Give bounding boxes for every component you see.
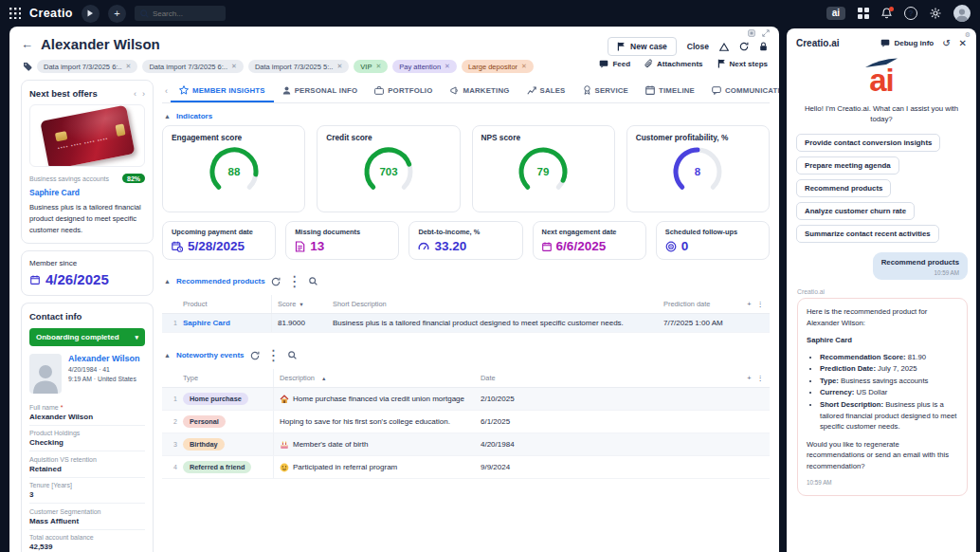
gauge-chart: 88 [201, 142, 267, 203]
search-input[interactable] [153, 9, 219, 18]
debug-info-button[interactable]: Debug info [880, 39, 934, 47]
add-column-icon[interactable]: + [747, 374, 751, 382]
help-icon[interactable]: ? [904, 7, 917, 20]
contact-field[interactable]: Full name * Alexander Wilson [29, 399, 145, 426]
offers-prev-icon[interactable]: ‹ [134, 89, 136, 99]
calendar-icon [29, 275, 41, 285]
refresh-list-icon[interactable] [271, 277, 281, 286]
tag-chip[interactable]: Data import 7/3/2025 6:..✕ [37, 60, 137, 73]
back-arrow-icon[interactable]: ← [21, 37, 33, 51]
column-header-date[interactable]: Date [475, 369, 739, 387]
tab-marketing[interactable]: MARKETING [442, 80, 518, 102]
column-header-type[interactable]: Type [177, 369, 274, 387]
escalation-icon[interactable] [719, 43, 729, 51]
bot-message-intro: Here is the recommended product for Alex… [807, 306, 958, 328]
table-menu-icon[interactable]: ⋮ [757, 300, 764, 308]
ai-assistant-button[interactable]: ai [826, 7, 845, 20]
megaphone-icon [450, 86, 460, 95]
ai-suggestion-button[interactable]: Provide contact conversion insights [796, 134, 940, 152]
expand-panel-icon[interactable] [762, 29, 770, 37]
kebab-menu-icon[interactable]: ⋮ [266, 346, 281, 364]
bot-message-product: Saphire Card [807, 335, 958, 346]
app-grid-icon[interactable] [9, 8, 21, 19]
product-link[interactable]: Saphire Card [183, 319, 230, 327]
remove-tag-icon[interactable]: ✕ [521, 63, 527, 70]
contact-field[interactable]: Aquisition VS retention Retained [29, 451, 145, 478]
user-avatar[interactable] [953, 5, 971, 22]
tag-chip[interactable]: VIP✕ [354, 60, 388, 73]
ai-suggestion-button[interactable]: Summarize contact recent activities [796, 225, 939, 243]
column-header-description[interactable]: Description▲ [274, 369, 475, 387]
collapse-recommended-icon[interactable]: ▲ [164, 278, 171, 285]
column-header-product[interactable]: Product [177, 295, 272, 313]
close-button[interactable]: Close [687, 42, 709, 51]
search-events-icon[interactable] [288, 351, 297, 359]
column-header-description[interactable]: Short Description [327, 295, 658, 313]
tag-chip[interactable]: Pay attention✕ [392, 60, 457, 73]
onboarding-status-button[interactable]: Onboarding completed▾ [29, 328, 145, 346]
tab-service[interactable]: SERVICE [574, 80, 638, 102]
tab-timeline[interactable]: TIMELINE [637, 80, 703, 102]
gauge-card: Credit score 703 [317, 125, 460, 212]
contact-name-link[interactable]: Alexander Wilson [68, 354, 139, 363]
column-header-prediction-date[interactable]: Prediction date [658, 295, 739, 313]
tag-chip[interactable]: Data import 7/3/2025 6:..✕ [142, 60, 243, 73]
play-button[interactable] [82, 5, 100, 23]
contact-field[interactable]: Total account balance 42,539 [29, 530, 145, 552]
panel-gear-icon[interactable]: ⚙ [965, 31, 971, 39]
offers-next-icon[interactable]: › [142, 89, 145, 99]
remove-tag-icon[interactable]: ✕ [336, 63, 342, 70]
ai-suggestion-button[interactable]: Analyze customer churn rate [796, 202, 915, 220]
tabs-scroll-left-icon[interactable]: ‹ [162, 80, 171, 102]
tag-chip[interactable]: Data import 7/3/2025 5:..✕ [248, 60, 349, 73]
add-button[interactable]: + [108, 5, 126, 23]
recommended-products-title: Recommended products [176, 277, 265, 285]
close-panel-icon[interactable]: ✕ [959, 38, 967, 48]
collapse-indicators-icon[interactable]: ▲ [164, 113, 171, 120]
table-menu-icon[interactable]: ⋮ [757, 374, 764, 382]
tab-portfolio[interactable]: PORTFOLIO [366, 80, 441, 102]
offer-product-image: •••• •••• •••• •••• [29, 104, 145, 167]
table-row[interactable]: 1 Saphire Card 81.9000 Business plus is … [162, 314, 770, 333]
calendar-icon [645, 85, 655, 95]
search-list-icon[interactable] [309, 277, 318, 285]
settings-gear-icon[interactable] [930, 8, 941, 19]
new-case-button[interactable]: New case [608, 37, 677, 56]
remove-tag-icon[interactable]: ✕ [126, 63, 132, 70]
tab-personal-info[interactable]: PERSONAL INFO [274, 80, 367, 102]
remove-tag-icon[interactable]: ✕ [375, 63, 381, 70]
add-column-icon[interactable]: + [747, 300, 751, 308]
panel-settings-icon[interactable] [748, 29, 755, 37]
remove-tag-icon[interactable]: ✕ [231, 63, 237, 70]
contact-field[interactable]: Tenure [Years] 3 [29, 478, 145, 505]
notifications-bell-icon[interactable] [881, 8, 892, 19]
collapse-events-icon[interactable]: ▲ [164, 352, 171, 359]
contact-field[interactable]: Product Holdings Checking [29, 426, 145, 452]
remove-tag-icon[interactable]: ✕ [445, 63, 450, 70]
ai-suggestion-button[interactable]: Recommend products [796, 179, 891, 197]
attachments-button[interactable]: Attachments [644, 59, 702, 68]
refresh-icon[interactable] [739, 42, 749, 51]
column-header-score[interactable]: Score▼ [272, 295, 327, 313]
table-row[interactable]: 1 Home purchase Home purchase financed v… [162, 388, 770, 411]
lock-icon[interactable] [759, 42, 768, 51]
table-row[interactable]: 4 Referred a friend Participated in refe… [162, 456, 770, 479]
kebab-menu-icon[interactable]: ⋮ [287, 272, 302, 290]
global-search[interactable] [135, 6, 226, 21]
table-row[interactable]: 2 Personal Hoping to save for his first … [162, 411, 770, 433]
apps-grid-icon[interactable] [858, 8, 869, 19]
offer-product-link[interactable]: Saphire Card [29, 188, 145, 197]
tab-communication[interactable]: COMMUNICATION [703, 80, 779, 102]
reset-conversation-icon[interactable]: ↺ [942, 38, 950, 48]
indicators-section-title: Indicators [176, 112, 212, 120]
table-row[interactable]: 3 Birthday Member's date of birth 4/20/1… [162, 433, 770, 456]
contact-field[interactable]: Customer Segmentation Mass Affluent [29, 504, 145, 530]
feed-button[interactable]: Feed [599, 60, 630, 68]
tab-member-insights[interactable]: MEMBER INSIGHTS [171, 80, 274, 102]
tag-chip[interactable]: Large depositor✕ [462, 60, 534, 73]
tag-icon [23, 62, 32, 71]
refresh-events-icon[interactable] [250, 351, 260, 360]
next-steps-button[interactable]: Next steps [717, 59, 768, 68]
ai-suggestion-button[interactable]: Prepare meeting agenda [796, 156, 899, 175]
tab-sales[interactable]: SALES [518, 80, 574, 102]
